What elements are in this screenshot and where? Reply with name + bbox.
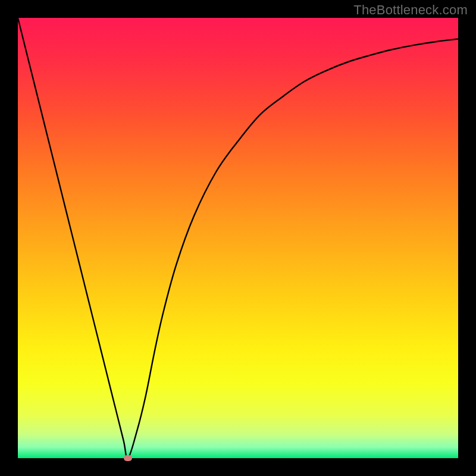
- minimum-marker: [124, 455, 132, 461]
- bottleneck-curve: [18, 18, 458, 458]
- watermark-text: TheBottleneck.com: [353, 2, 468, 18]
- chart-frame: TheBottleneck.com: [0, 0, 476, 476]
- plot-area: [18, 18, 458, 458]
